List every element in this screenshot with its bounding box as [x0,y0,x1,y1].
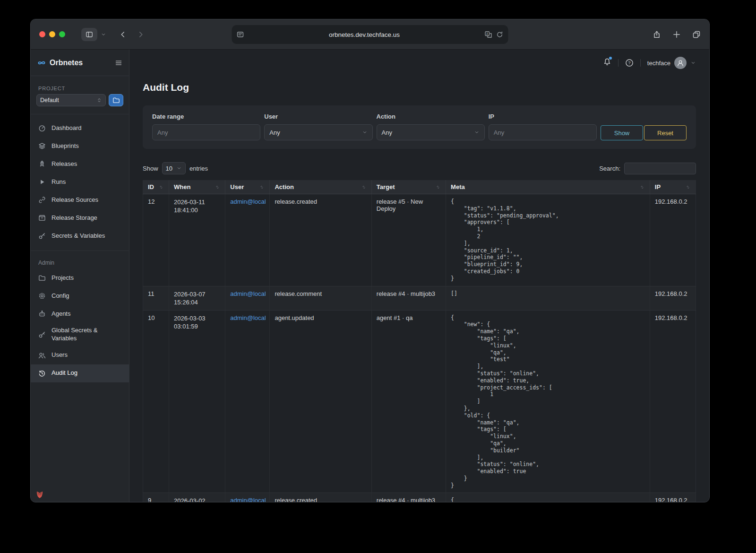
ip-filter-input[interactable] [489,124,597,140]
users-icon [38,352,46,359]
sidebar-toggle-button[interactable] [81,28,97,41]
date-range-input[interactable] [152,124,260,140]
sidebar-item-dashboard[interactable]: Dashboard [31,119,129,137]
sidebar-item-users[interactable]: Users [31,346,129,364]
cell-when: 2026-03-0303:01:59 [169,310,225,493]
entries-label: entries [189,165,208,172]
show-button[interactable]: Show [601,125,643,140]
sidebar-divider [31,251,129,251]
sidebar-item-releases[interactable]: Releases [31,155,129,173]
chevron-down-icon [474,130,480,135]
bottom-left-badge-icon[interactable] [35,491,44,499]
app-header: techface [143,50,696,76]
person-icon [677,59,684,67]
hamburger-menu-icon[interactable] [115,59,122,67]
sort-icon [685,184,691,190]
cell-target: release #4 · multijob3 [371,493,446,502]
new-tab-icon[interactable] [672,30,681,39]
sidebar-item-agents[interactable]: Agents [31,305,129,323]
admin-section-label: Admin [38,259,121,266]
action-filter-select[interactable]: Any [377,124,485,140]
sidebar-item-audit-log[interactable]: Audit Log [31,364,129,382]
cell-ip: 192.168.0.2 [650,493,696,502]
column-header-user[interactable]: User [225,180,270,194]
reader-view-icon[interactable] [237,31,244,38]
filter-panel: Date range User Any Action Any [143,105,696,149]
column-header-meta[interactable]: Meta [446,180,650,194]
cell-target: agent #1 · qa [371,310,446,493]
minimize-window-button[interactable] [49,31,55,37]
sidebar-admin-nav: Projects Config Agents Global Secrets & … [31,269,129,382]
sidebar-item-release-sources[interactable]: Release Sources [31,191,129,209]
column-header-target[interactable]: Target [371,180,446,194]
gauge-icon [38,124,46,132]
user-link[interactable]: admin@local [230,290,266,297]
account-menu[interactable]: techface [647,57,696,69]
cell-target: release #5 · New Deploy [371,194,446,286]
sidebar-item-secrets-variables[interactable]: Secrets & Variables [31,227,129,245]
account-name: techface [647,60,670,67]
sidebar-nav: Dashboard Blueprints Releases Runs Relea… [31,119,129,245]
user-link[interactable]: admin@local [230,497,266,502]
project-select[interactable]: Default [36,94,106,106]
sidebar-item-label: Users [52,351,68,359]
reload-icon[interactable] [496,31,504,38]
column-header-when[interactable]: When [169,180,225,194]
share-icon[interactable] [653,30,661,39]
close-window-button[interactable] [39,31,45,37]
cell-id: 10 [143,310,169,493]
project-select-value: Default [40,97,59,104]
search-input[interactable] [624,163,696,174]
cell-user: admin@local [225,286,270,310]
address-bar[interactable]: orbnetes.dev.techface.us [232,25,508,44]
sidebar-item-label: Runs [52,178,66,186]
back-button-icon[interactable] [119,30,127,39]
column-header-ip[interactable]: IP [650,180,696,194]
user-filter-label: User [264,113,372,120]
chevron-down-icon[interactable] [101,32,106,37]
user-filter-select[interactable]: Any [264,124,372,140]
key-icon [38,331,46,338]
column-header-action[interactable]: Action [270,180,371,194]
main-content: techface Audit Log Date range User [129,50,709,502]
zoom-window-button[interactable] [59,31,65,37]
cell-meta: [] [446,286,650,310]
orbnetes-logo-icon [37,59,46,67]
tab-overview-icon[interactable] [692,30,701,39]
notifications-button[interactable] [603,58,611,68]
meta-json: { "new": { "name": "qa", "tags": [ "linu… [451,314,645,489]
user-link[interactable]: admin@local [230,198,266,205]
sidebar-item-runs[interactable]: Runs [31,173,129,191]
table-row: 12 2026-03-1118:41:00 admin@local releas… [143,194,696,286]
cell-user: admin@local [225,194,270,286]
cell-ip: 192.168.0.2 [650,310,696,493]
forward-button-icon[interactable] [137,30,145,39]
page-size-select[interactable]: 10 [162,162,186,174]
header-divider [640,59,641,67]
sort-icon [215,184,220,190]
url-text: orbnetes.dev.techface.us [244,31,485,38]
cell-action: release.created [270,493,371,502]
storage-box-icon [38,214,46,222]
project-section-label: PROJECT [38,86,121,91]
chevron-down-icon [362,130,368,135]
cell-action: agent.updated [270,310,371,493]
chevron-down-icon [690,60,696,66]
meta-json: { "tag": "v1.1.8", "status": "pending_ap… [451,198,645,282]
reset-button[interactable]: Reset [644,125,687,140]
help-icon[interactable] [625,59,634,67]
project-folder-button[interactable] [109,94,123,106]
sidebar-item-release-storage[interactable]: Release Storage [31,209,129,227]
sidebar-item-config[interactable]: Config [31,287,129,305]
sidebar-item-global-secrets-variables[interactable]: Global Secrets & Variables [31,323,129,346]
translate-icon[interactable] [485,31,492,38]
sidebar-item-projects[interactable]: Projects [31,269,129,287]
cell-meta: { [446,493,650,502]
cell-target: release #4 · multijob3 [371,286,446,310]
table-controls: Show 10 entries Search: [143,162,696,174]
sidebar-item-blueprints[interactable]: Blueprints [31,137,129,155]
column-header-id[interactable]: ID [143,180,169,194]
user-link[interactable]: admin@local [230,314,266,321]
ip-filter-label: IP [489,113,597,120]
link-icon [38,196,46,204]
